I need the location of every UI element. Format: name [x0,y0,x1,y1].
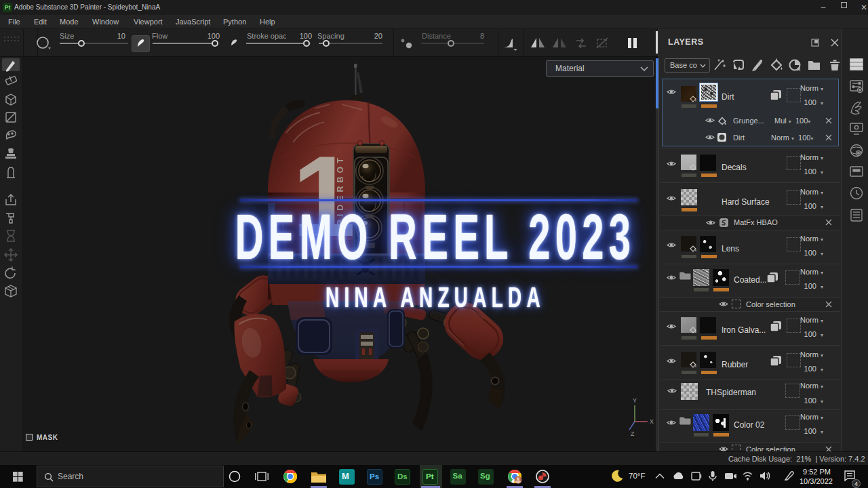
svg-text:Z: Z [631,430,635,436]
svg-text:X: X [650,418,654,425]
svg-text:Y: Y [633,397,637,404]
